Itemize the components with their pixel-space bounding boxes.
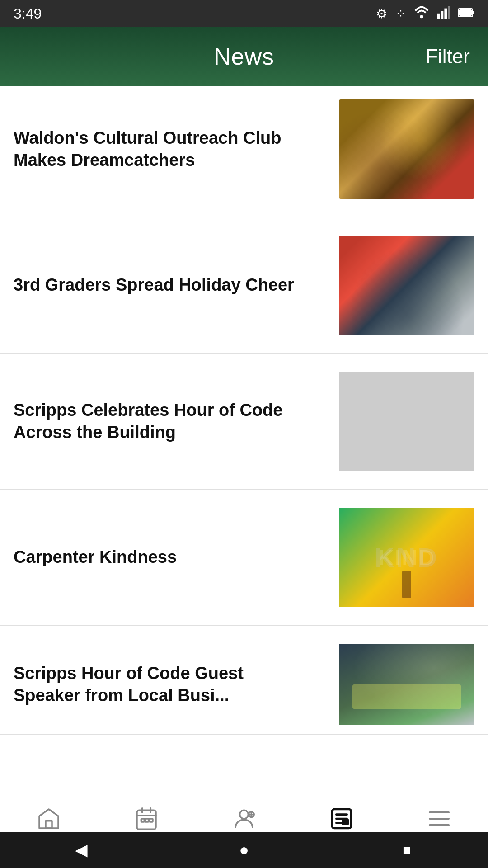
news-text-5: Scripps Hour of Code GuestSpeaker from L…: [14, 662, 339, 707]
wifi-icon: [414, 6, 429, 22]
news-item-5[interactable]: Scripps Hour of Code GuestSpeaker from L…: [0, 626, 488, 735]
svg-rect-6: [473, 11, 474, 14]
settings-icon: ⚙: [376, 6, 387, 21]
status-bar: 3:49 ⚙ ⁘: [0, 0, 488, 27]
signal-icon: [437, 6, 450, 22]
news-thumbnail-5: [339, 644, 474, 725]
events-icon: [133, 805, 160, 832]
news-headline-4: Carpenter Kindness: [14, 547, 177, 566]
android-nav: ◀ ● ■: [0, 832, 488, 868]
battery-icon: [458, 6, 474, 21]
app-header: News Filter: [0, 27, 488, 86]
news-list: Waldon's Cultural Outreach Club Makes Dr…: [0, 86, 488, 735]
dots-icon: ⁘: [395, 6, 406, 21]
news-thumbnail-1: [339, 99, 474, 199]
news-thumbnail-3: [339, 372, 474, 471]
svg-rect-7: [459, 9, 472, 16]
news-headline-2: 3rd Graders Spread Holiday Cheer: [14, 275, 294, 294]
page-title: News: [214, 43, 274, 70]
news-item-3[interactable]: Scripps Celebrates Hour of Code Across t…: [0, 354, 488, 490]
news-headline-5: Scripps Hour of Code GuestSpeaker from L…: [14, 664, 244, 705]
svg-rect-3: [444, 8, 447, 18]
news-text-2: 3rd Graders Spread Holiday Cheer: [14, 274, 339, 296]
android-home-button[interactable]: ●: [230, 841, 258, 859]
home-icon: [35, 805, 62, 832]
news-text-3: Scripps Celebrates Hour of Code Across t…: [14, 399, 339, 444]
directory-icon: [230, 805, 258, 832]
svg-rect-14: [145, 819, 149, 822]
svg-rect-15: [150, 819, 153, 822]
news-icon: [328, 805, 355, 832]
svg-rect-13: [141, 819, 144, 822]
svg-rect-1: [437, 13, 440, 18]
news-thumbnail-2: [339, 236, 474, 335]
more-icon: [426, 805, 453, 832]
news-text-1: Waldon's Cultural Outreach Club Makes Dr…: [14, 127, 339, 172]
android-recent-button[interactable]: ■: [393, 841, 420, 859]
svg-rect-4: [448, 6, 450, 19]
svg-rect-2: [441, 11, 444, 19]
news-item-1[interactable]: Waldon's Cultural Outreach Club Makes Dr…: [0, 86, 488, 217]
svg-point-0: [420, 15, 423, 18]
status-icons: ⚙ ⁘: [376, 6, 474, 22]
android-back-button[interactable]: ◀: [68, 841, 95, 859]
news-headline-3: Scripps Celebrates Hour of Code Across t…: [14, 401, 282, 442]
status-time: 3:49: [14, 5, 42, 22]
svg-point-16: [240, 810, 249, 819]
news-item-4[interactable]: Carpenter Kindness KND: [0, 490, 488, 626]
news-item-2[interactable]: 3rd Graders Spread Holiday Cheer: [0, 217, 488, 354]
news-text-4: Carpenter Kindness: [14, 546, 339, 568]
news-headline-1: Waldon's Cultural Outreach Club Makes Dr…: [14, 128, 281, 170]
filter-button[interactable]: Filter: [426, 45, 470, 68]
svg-rect-24: [343, 820, 348, 824]
news-thumbnail-4: KND: [339, 508, 474, 607]
svg-rect-8: [46, 821, 52, 828]
